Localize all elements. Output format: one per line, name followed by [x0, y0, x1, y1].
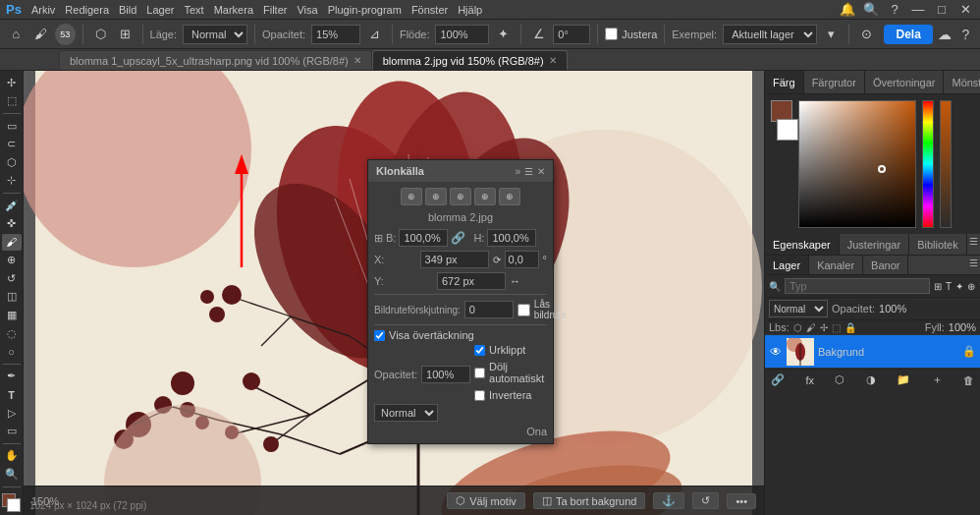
select-motif-btn[interactable]: ⬡ Välj motiv	[447, 492, 525, 509]
artboard-tool-icon[interactable]: ⬚	[2, 93, 22, 110]
notification-bell-icon[interactable]: 🔔	[839, 1, 856, 19]
pen-tool-icon[interactable]: ✒	[2, 369, 22, 385]
text-tool-icon[interactable]: T	[2, 386, 22, 403]
blend-mode-select[interactable]: Normal	[183, 25, 247, 44]
opacity-toggle-icon[interactable]: ⊿	[364, 24, 385, 45]
layer-filter-icon-1[interactable]: ⊞	[934, 281, 942, 292]
menu-lager[interactable]: Lager	[146, 4, 174, 16]
angle-input[interactable]	[553, 25, 590, 44]
lock-frame-checkbox[interactable]	[517, 304, 530, 316]
menu-filter[interactable]: Filter	[263, 4, 287, 16]
flow-input[interactable]	[435, 25, 489, 44]
adjust-checkbox[interactable]	[605, 28, 618, 40]
dela-button[interactable]: Dela	[884, 25, 932, 44]
menu-arkiv[interactable]: Arkiv	[31, 4, 55, 16]
history-brush-icon[interactable]: ↺	[2, 270, 22, 287]
show-overlay-checkbox[interactable]	[374, 330, 385, 341]
zoom-tool-icon[interactable]: 🔍	[2, 466, 22, 483]
menu-fonster[interactable]: Fönster	[411, 4, 448, 16]
hue-bar[interactable]	[922, 100, 934, 228]
healing-brush-icon[interactable]: ✜	[2, 215, 22, 232]
clone-source-toggle-icon[interactable]: ⊞	[115, 24, 136, 45]
remove-bg-btn[interactable]: ◫ Ta bort bakgrund	[533, 492, 646, 509]
clone-b-input[interactable]	[399, 229, 448, 247]
tool-preset-icon[interactable]: 🖌	[30, 24, 51, 45]
path-selection-icon[interactable]: ▷	[2, 405, 22, 422]
properties-panel-options-icon[interactable]: ☰	[967, 234, 980, 248]
alpha-bar[interactable]	[940, 100, 952, 228]
menu-plugin[interactable]: Plugin-program	[328, 4, 402, 16]
layer-filter-icon-4[interactable]: ⊕	[967, 281, 975, 292]
home-icon[interactable]: ⌂	[6, 24, 27, 45]
window-maximize-icon[interactable]: □	[933, 1, 951, 19]
tab-lager[interactable]: Lager	[765, 256, 809, 274]
clone-frame-input[interactable]	[464, 301, 514, 318]
crop-tool-icon[interactable]: ⊹	[2, 173, 22, 190]
auto-hide-checkbox[interactable]	[474, 368, 485, 378]
sample-options-icon[interactable]: ▾	[821, 24, 842, 45]
lock-position-icon[interactable]: ✢	[820, 322, 828, 333]
brush-options-icon[interactable]: ⬡	[90, 24, 111, 45]
clone-opacity-input[interactable]	[421, 366, 470, 383]
clone-y-input[interactable]	[437, 272, 506, 290]
layer-search-input[interactable]	[785, 278, 930, 294]
menu-bild[interactable]: Bild	[119, 4, 136, 16]
menu-redigera[interactable]: Redigera	[65, 4, 109, 16]
menu-visa[interactable]: Visa	[297, 4, 317, 16]
clone-source-4-btn[interactable]: ⊕	[474, 188, 496, 205]
cloud-icon[interactable]: ☁	[937, 26, 953, 43]
gradient-tool-icon[interactable]: ▦	[2, 307, 22, 323]
shape-tool-icon[interactable]: ▭	[2, 423, 22, 439]
layer-filter-icon-2[interactable]: T	[946, 281, 952, 292]
hand-tool-icon[interactable]: ✋	[2, 448, 22, 465]
tab-banor[interactable]: Banor	[863, 256, 908, 274]
eyedropper-icon[interactable]: 💉	[2, 198, 22, 214]
opacity-input[interactable]	[311, 25, 360, 44]
airbrush-icon[interactable]: ✦	[493, 24, 514, 45]
blur-tool-icon[interactable]: ◌	[2, 325, 22, 342]
clone-b-lock-icon[interactable]: 🔗	[451, 231, 465, 245]
lasso-tool-icon[interactable]: ⊂	[2, 136, 22, 152]
tab-bibliotek[interactable]: Bibliotek	[909, 234, 967, 255]
layer-add-icon[interactable]: ＋	[932, 372, 943, 387]
layer-folder-icon[interactable]: 📁	[897, 373, 910, 386]
clipped-checkbox[interactable]	[474, 345, 485, 356]
background-color-swatch[interactable]	[777, 119, 798, 141]
tab-2-close-icon[interactable]: ✕	[549, 55, 557, 66]
layer-effect-icon[interactable]: fx	[805, 374, 814, 386]
clone-x-input[interactable]	[420, 251, 489, 268]
layer-delete-icon[interactable]: 🗑	[963, 374, 974, 386]
layer-link-icon[interactable]: 🔗	[771, 373, 785, 386]
tab-blomma1[interactable]: blomma 1_upscayl_5x_ultrasharp.png vid 1…	[59, 50, 372, 70]
panel-menu-icon[interactable]: ☰	[524, 166, 533, 177]
tab-overtoningar[interactable]: Övertoningar	[865, 71, 945, 93]
tab-egenskaper[interactable]: Egenskaper	[765, 234, 840, 255]
layer-blend-mode[interactable]: Normal	[769, 300, 828, 317]
layer-row-bakgrund[interactable]: 👁 Bakgrund 🔒	[765, 335, 980, 369]
menu-markera[interactable]: Markera	[214, 4, 253, 16]
help-toolbar-icon[interactable]: ?	[957, 26, 974, 43]
tab-justeringar[interactable]: Justeringar	[840, 234, 909, 255]
clone-rotate-input[interactable]	[505, 251, 539, 268]
rotate-canvas-btn[interactable]: ↺	[692, 492, 719, 509]
more-options-btn[interactable]: •••	[727, 493, 756, 509]
tab-kanaler[interactable]: Kanaler	[809, 256, 863, 274]
window-close-icon[interactable]: ✕	[956, 1, 974, 19]
color-picker-circle[interactable]	[878, 165, 886, 173]
lock-artboard-icon[interactable]: ⬚	[832, 322, 841, 333]
invert-checkbox[interactable]	[474, 390, 485, 401]
tab-1-close-icon[interactable]: ✕	[354, 55, 361, 66]
clone-source-1-btn[interactable]: ⊕	[401, 188, 422, 205]
clone-mode-select[interactable]: Normal	[374, 404, 438, 422]
layer-filter-icon-3[interactable]: ✦	[955, 281, 963, 292]
layer-visibility-icon[interactable]: 👁	[769, 345, 783, 359]
select-subject-icon[interactable]: ⬡	[2, 154, 22, 171]
smart-object-icon[interactable]: ⊙	[856, 24, 877, 45]
angle-icon[interactable]: ∠	[528, 24, 549, 45]
tab-fargrutor[interactable]: Färgrutor	[804, 71, 865, 93]
anchor-btn[interactable]: ⚓	[653, 492, 684, 509]
clone-source-5-btn[interactable]: ⊕	[499, 188, 520, 205]
eraser-tool-icon[interactable]: ◫	[2, 289, 22, 306]
clone-stamp-icon[interactable]: ⊕	[2, 253, 22, 269]
layer-panel-options-icon[interactable]: ☰	[966, 256, 980, 269]
